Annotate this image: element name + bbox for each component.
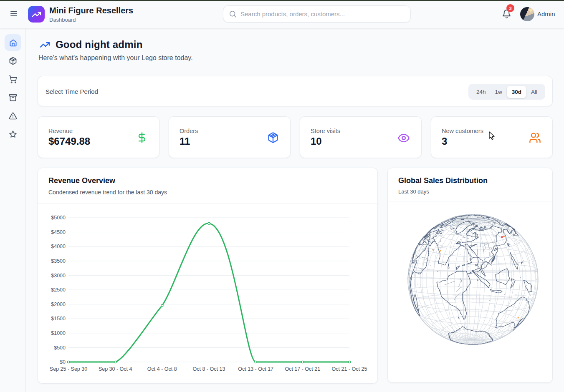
svg-text:Sep 25 - Sep 30: Sep 25 - Sep 30	[50, 366, 87, 372]
svg-text:Oct 4 - Oct 8: Oct 4 - Oct 8	[147, 366, 177, 372]
svg-text:$5000: $5000	[51, 215, 66, 221]
svg-text:$2500: $2500	[51, 287, 66, 293]
svg-text:$0: $0	[60, 359, 66, 365]
svg-text:$3000: $3000	[51, 273, 66, 279]
svg-text:Oct 8 - Oct 13: Oct 8 - Oct 13	[193, 366, 225, 372]
svg-text:Oct 17 - Oct 21: Oct 17 - Oct 21	[285, 366, 320, 372]
svg-text:Oct 13 - Oct 17: Oct 13 - Oct 17	[238, 366, 273, 372]
svg-text:$4500: $4500	[51, 229, 66, 235]
svg-text:$2000: $2000	[51, 302, 66, 307]
svg-text:$1500: $1500	[51, 316, 66, 322]
svg-text:Sep 30 - Oct 4: Sep 30 - Oct 4	[99, 366, 132, 372]
svg-text:$1000: $1000	[51, 330, 66, 336]
svg-text:$500: $500	[54, 345, 66, 351]
svg-text:$3500: $3500	[51, 258, 66, 264]
svg-text:Oct 21 - Oct 25: Oct 21 - Oct 25	[332, 366, 367, 372]
svg-text:$4000: $4000	[51, 244, 66, 249]
